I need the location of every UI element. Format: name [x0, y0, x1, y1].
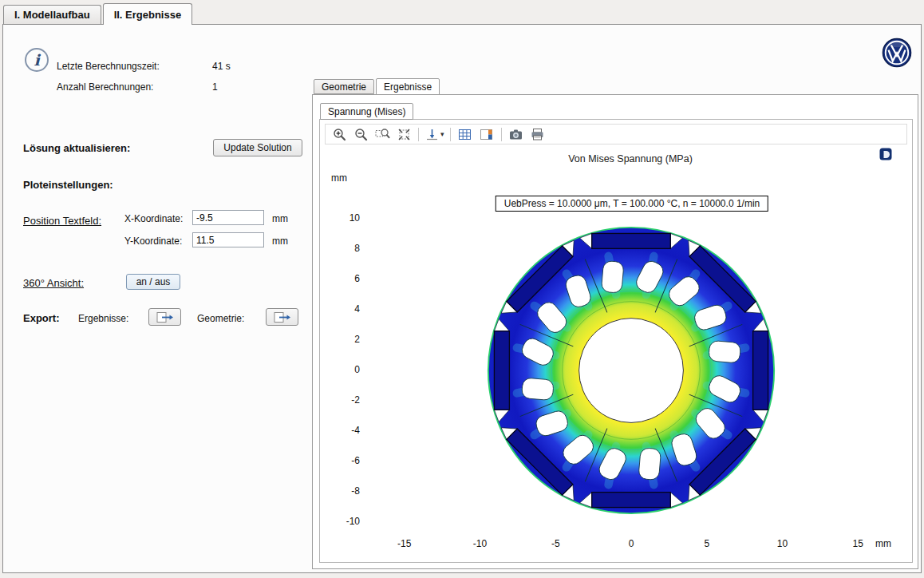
toolbar-separator — [450, 128, 451, 141]
y-unit-label: mm — [272, 236, 288, 247]
view-360-label: 360° Ansicht: — [23, 277, 84, 289]
export-geometry-label: Geometrie: — [197, 313, 244, 324]
toolbar-separator — [501, 128, 502, 141]
zoom-in-icon — [332, 127, 347, 142]
update-solution-heading: Lösung aktualisieren: — [23, 142, 130, 154]
zoom-extents-button[interactable] — [395, 125, 413, 143]
x-axis-unit: mm — [875, 538, 891, 549]
export-icon — [274, 311, 291, 323]
rotor-stress-plot[interactable] — [486, 225, 776, 516]
y-tick-label: 6 — [325, 273, 360, 284]
update-solution-button[interactable]: Update Solution — [213, 139, 302, 156]
legend-icon — [479, 127, 494, 142]
snapshot-button[interactable] — [507, 125, 525, 143]
last-computation-value: 41 s — [212, 61, 231, 72]
view-orientation-button[interactable]: ▾ — [424, 127, 444, 142]
export-geometry-button[interactable] — [266, 308, 298, 326]
results-panel: Spannung (Mises) — [312, 94, 918, 569]
grid-toggle-button[interactable] — [456, 125, 474, 143]
x-tick-label: 15 — [842, 538, 874, 549]
y-tick-label: 10 — [325, 212, 360, 224]
last-computation-label: Letzte Berechnungszeit: — [57, 61, 160, 72]
dropdown-caret-icon[interactable]: ▾ — [440, 130, 444, 138]
y-coordinate-input[interactable] — [192, 232, 264, 247]
results-tab-bar: Geometrie Ergebnisse — [314, 79, 441, 94]
view-orientation-icon — [424, 127, 440, 142]
y-tick-label: 8 — [325, 243, 360, 254]
x-coordinate-label: X-Koordinate: — [124, 213, 183, 224]
plot-settings-heading: Ploteinstellungen: — [23, 179, 113, 191]
export-heading: Export: — [23, 312, 60, 324]
legend-toggle-button[interactable] — [478, 125, 496, 143]
position-textfield-label: Position Textfeld: — [23, 215, 101, 227]
y-tick-label: 4 — [325, 303, 360, 315]
y-tick-label: 0 — [325, 364, 360, 375]
computation-count-value: 1 — [212, 81, 218, 93]
zoom-box-icon — [375, 127, 390, 142]
export-icon — [156, 311, 174, 323]
x-tick-label: -15 — [389, 538, 421, 549]
plot-frame: ▾ — [319, 119, 913, 563]
print-button[interactable] — [529, 125, 547, 143]
results-tab-ergebnisse[interactable]: Ergebnisse — [376, 78, 440, 95]
results-tab-geometrie[interactable]: Geometrie — [314, 79, 374, 94]
toggle-360-button[interactable]: an / aus — [126, 274, 180, 290]
toolbar-separator — [418, 128, 419, 141]
info-icon: i — [25, 48, 49, 72]
x-unit-label: mm — [272, 213, 288, 224]
y-axis-unit: mm — [331, 172, 347, 184]
plot-tab-bar: Spannung (Mises) — [320, 103, 415, 119]
y-coordinate-label: Y-Koordinate: — [124, 236, 182, 247]
x-tick-label: -10 — [464, 538, 496, 549]
plot-toolbar: ▾ — [325, 124, 907, 144]
y-tick-label: -10 — [325, 516, 360, 527]
x-tick-label: -5 — [539, 538, 571, 549]
vw-logo-icon — [882, 38, 912, 68]
y-tick-label: -2 — [325, 394, 360, 406]
zoom-in-button[interactable] — [330, 125, 348, 143]
main-tab-bar: I. Modellaufbau II. Ergebnisse — [3, 3, 194, 24]
zoom-extents-icon — [397, 127, 412, 142]
x-tick-label: 5 — [691, 538, 723, 549]
zoom-out-button[interactable] — [352, 125, 369, 143]
y-tick-label: -6 — [325, 455, 360, 466]
print-icon — [530, 127, 545, 142]
x-coordinate-input[interactable] — [192, 210, 264, 225]
plot-tab-spannung-mises[interactable]: Spannung (Mises) — [320, 103, 413, 120]
computation-count-label: Anzahl Berechnungen: — [57, 81, 153, 93]
camera-icon — [508, 127, 523, 142]
x-tick-label: 10 — [767, 538, 799, 549]
workspace: i Letzte Berechnungszeit: 41 s Anzahl Be… — [2, 24, 922, 573]
export-results-button[interactable] — [148, 308, 181, 326]
export-results-label: Ergebnisse: — [78, 313, 128, 324]
tab-modellaufbau[interactable]: I. Modellaufbau — [3, 5, 101, 24]
grid-icon — [457, 127, 472, 142]
y-tick-label: -4 — [325, 425, 360, 436]
app-window: { "app": { "main_tabs": [ {"label": "I. … — [0, 0, 924, 578]
plot-annotation: UebPress = 10.0000 μm, T = 100.000 °C, n… — [496, 196, 768, 212]
y-tick-label: 2 — [325, 334, 360, 345]
zoom-out-icon — [353, 127, 369, 142]
x-tick-label: 0 — [615, 538, 647, 549]
y-tick-label: -8 — [325, 485, 360, 497]
plot-title: Von Mises Spannung (MPa) — [349, 153, 912, 164]
tab-ergebnisse[interactable]: II. Ergebnisse — [103, 3, 193, 25]
zoom-box-button[interactable] — [373, 125, 391, 143]
